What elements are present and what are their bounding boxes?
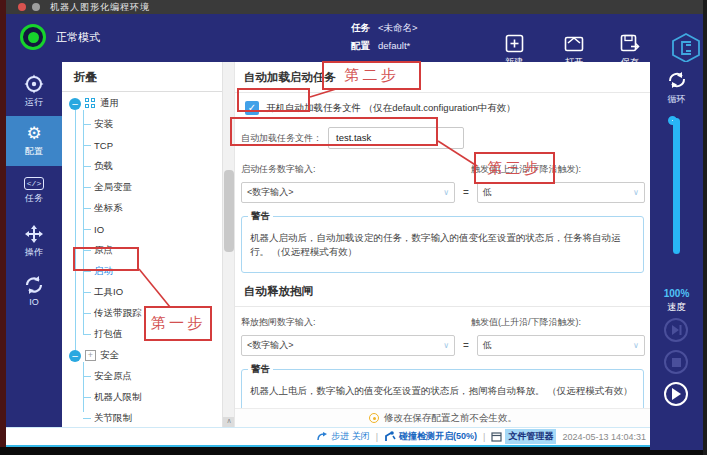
sidebar-item-task[interactable]: </> 任务 <box>6 166 62 216</box>
tree-item-label: 工具IO <box>94 286 123 299</box>
warning-text: 机器人上电后，数字输入的值变化至设置的状态后，抱闸将自动释放。 （仅远程模式有效… <box>250 384 635 398</box>
tree-item-safety[interactable]: – + 安全 <box>69 345 119 366</box>
tree-item-tool-io[interactable]: 工具IO <box>83 282 123 303</box>
collapse-minus-icon[interactable]: – <box>69 98 81 110</box>
tree-item-general[interactable]: – 通用 <box>69 93 119 114</box>
config-gear-icon: ⚙ <box>26 125 41 143</box>
speed-value: 100% <box>650 288 703 299</box>
sidebar-item-label: 配置 <box>25 145 43 158</box>
equals-sign: = <box>463 187 469 198</box>
window-titlebar: 机器人图形化编程环境 <box>6 0 703 14</box>
trigger-value-select[interactable]: 低 ∨ <box>477 182 645 203</box>
scroll-up-icon[interactable]: ∧ <box>226 417 231 425</box>
brake-input-value: <数字输入> <box>247 339 294 352</box>
tree-scrollbar[interactable]: ∧ ∨ <box>222 62 234 447</box>
chevron-down-icon: ∨ <box>443 188 449 197</box>
tree-item-safety-home[interactable]: 安全原点 <box>83 366 132 387</box>
left-sidebar: 运行 ⚙ 配置 </> 任务 操作 IO 1FD0 <box>6 62 62 447</box>
loop-control[interactable]: 循环 <box>650 70 703 106</box>
task-value: <未命名> <box>378 22 418 35</box>
sidebar-item-config[interactable]: ⚙ 配置 <box>6 116 62 166</box>
scrollbar-thumb[interactable] <box>224 170 234 252</box>
play-icon <box>671 388 681 400</box>
sidebar-item-label: IO <box>29 297 39 307</box>
tree-item-label: 坐标系 <box>94 202 123 215</box>
operate-move-icon <box>24 224 44 244</box>
file-manager-label: 文件管理器 <box>505 429 556 444</box>
chevron-down-icon: ∨ <box>633 341 639 350</box>
task-file-input[interactable]: test.task <box>328 127 464 149</box>
tree-header[interactable]: 折叠 <box>62 62 222 92</box>
tree-item-startup[interactable]: 启动 <box>83 261 113 282</box>
mode-label: 正常模式 <box>56 30 100 45</box>
collapse-minus-icon[interactable]: – <box>69 350 81 362</box>
app-header: 正常模式 任务 <未命名> 配置 default* 新建 打开 保存 <box>6 14 703 62</box>
tree-item-coordinate-system[interactable]: 坐标系 <box>83 198 123 219</box>
sidebar-item-label: 操作 <box>25 246 43 259</box>
minimize-button[interactable] <box>32 3 40 11</box>
notice-text: 修改在保存配置之前不会生效。 <box>384 412 517 425</box>
tree-item-io[interactable]: IO <box>83 219 104 240</box>
speed-label: 速度 <box>650 301 703 314</box>
stop-icon <box>672 358 681 367</box>
play-button[interactable] <box>664 382 688 406</box>
close-button[interactable] <box>18 3 26 11</box>
tree-item-payload[interactable]: 负载 <box>83 156 113 177</box>
task-code-icon: </> <box>24 177 44 190</box>
warning-title: 警告 <box>248 210 273 223</box>
open-file-icon <box>564 34 584 53</box>
collision-status[interactable]: 碰撞检测开启(50%) <box>384 430 477 443</box>
task-file-row: 自动加载任务文件： test.task <box>235 115 650 149</box>
digital-input-select[interactable]: <数字输入> ∨ <box>241 182 455 203</box>
timestamp: 2024-05-13 14:04:31 <box>562 432 646 442</box>
warning-title: 警告 <box>248 363 273 376</box>
io-cycle-icon <box>24 275 44 295</box>
separator: | <box>483 432 485 442</box>
collision-icon <box>384 431 396 442</box>
tree-item-global-variables[interactable]: 全局变量 <box>83 177 132 198</box>
tree-item-label: 传送带跟踪 <box>94 307 142 320</box>
digital-input-label: 启动任务数字输入: <box>241 163 471 176</box>
labels-row: 释放抱闸数字输入: 触发值(上升沿/下降沿触发): <box>235 307 650 329</box>
separator: | <box>376 432 378 442</box>
brake-input-select[interactable]: <数字输入> ∨ <box>241 335 455 356</box>
tree-item-home[interactable]: 原点 <box>83 240 113 261</box>
tree-item-robot-limits[interactable]: 机器人限制 <box>83 387 142 408</box>
file-manager-button[interactable]: 文件管理器 <box>491 429 556 444</box>
status-footer: 步进 关闭 | 碰撞检测开启(50%) | 文件管理器 2024-05-13 1… <box>6 427 650 447</box>
sidebar-item-io[interactable]: IO <box>6 266 62 316</box>
stop-button[interactable] <box>664 350 688 374</box>
autoload-checkbox-row: ✓ 开机自动加载任务文件 （仅在default.configuration中有效… <box>235 93 650 115</box>
tree-item-label: 关节限制 <box>94 412 132 425</box>
task-label: 任务 <box>351 22 370 35</box>
tree-item-tcp[interactable]: TCP <box>83 135 113 156</box>
sidebar-item-operate[interactable]: 操作 <box>6 216 62 266</box>
brake-trigger-select[interactable]: 低 ∨ <box>477 335 645 356</box>
sidebar-item-run[interactable]: 运行 <box>6 66 62 116</box>
slider-knob[interactable] <box>668 116 677 125</box>
tree-item-label: 全局变量 <box>94 181 132 194</box>
warning-box-2: 警告 机器人上电后，数字输入的值变化至设置的状态后，抱闸将自动释放。 （仅远程模… <box>241 369 644 411</box>
tree-item-label: 通用 <box>100 97 119 110</box>
config-value: default* <box>378 40 410 53</box>
warning-text: 机器人启动后，自动加载设定的任务，数字输入的值变化至设置的状态后，任务将自动运行… <box>250 231 635 260</box>
step-status[interactable]: 步进 关闭 <box>317 430 370 443</box>
section-title-autoload: 自动加载启动任务 <box>235 62 650 92</box>
normal-mode-icon <box>20 24 46 50</box>
tree-item-install[interactable]: 安装 <box>83 114 113 135</box>
tree-item-label: 安装 <box>94 118 113 131</box>
tree-item-joint-limits[interactable]: 关节限制 <box>83 408 132 429</box>
tree-item-packing[interactable]: 打包值 <box>83 324 123 345</box>
speed-slider[interactable] <box>673 118 680 254</box>
main-content: 自动加载启动任务 ✓ 开机自动加载任务文件 （仅在default.configu… <box>234 62 650 427</box>
step-forward-button[interactable] <box>664 318 688 342</box>
chevron-down-icon: ∨ <box>633 188 639 197</box>
step-icon <box>317 432 328 442</box>
trigger-label: 触发值(上升沿/下降沿触发): <box>471 163 581 176</box>
labels-row: 启动任务数字输入: 触发值(上升沿/下降沿触发): <box>235 149 650 176</box>
autoload-checkbox[interactable]: ✓ <box>245 101 259 115</box>
tree-item-conveyor-tracking[interactable]: 传送带跟踪 <box>83 303 142 324</box>
collision-status-label: 碰撞检测开启(50%) <box>399 430 477 443</box>
loop-label: 循环 <box>668 93 686 106</box>
loop-icon <box>666 70 688 90</box>
